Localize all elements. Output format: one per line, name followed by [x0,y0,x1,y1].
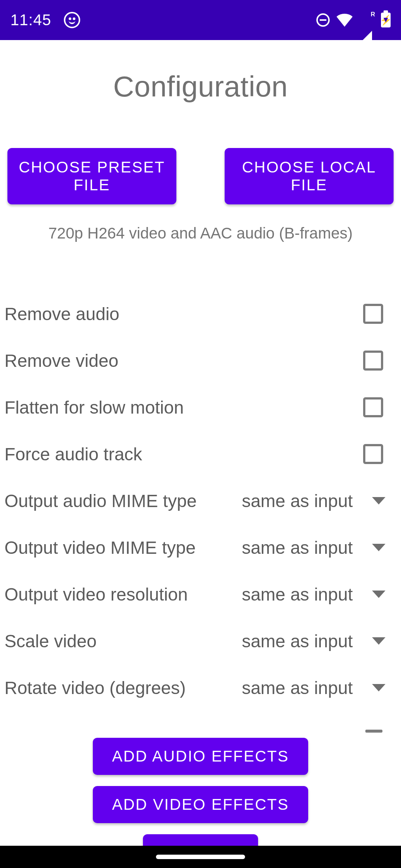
rotate-video-value: same as input [242,678,353,698]
flatten-slow-motion-label: Flatten for slow motion [4,397,184,418]
force-audio-track-checkbox[interactable] [363,444,383,464]
export-button[interactable]: EXPORT [143,834,258,846]
profile-face-icon [64,12,80,28]
remove-video-checkbox[interactable] [363,351,383,371]
scale-video-row[interactable]: Scale video same as input [0,618,401,664]
remove-video-label: Remove video [4,351,118,371]
choose-preset-file-button[interactable]: CHOOSE PRESET FILE [7,148,176,204]
remove-audio-label: Remove audio [4,304,120,324]
output-video-resolution-dropdown[interactable]: same as input [242,584,385,605]
content-area: Configuration CHOOSE PRESET FILE CHOOSE … [0,40,401,846]
remove-audio-checkbox[interactable] [363,304,383,324]
wifi-icon [336,13,353,27]
output-video-resolution-value: same as input [242,584,353,605]
scale-video-dropdown[interactable]: same as input [242,631,385,651]
output-video-mime-dropdown[interactable]: same as input [242,537,385,558]
output-video-resolution-row[interactable]: Output video resolution same as input [0,571,401,618]
status-clock: 11:45 [10,11,51,29]
flatten-slow-motion-row[interactable]: Flatten for slow motion [0,384,401,431]
choose-local-file-button[interactable]: CHOOSE LOCAL FILE [225,148,394,204]
output-audio-mime-dropdown[interactable]: same as input [242,491,385,511]
force-audio-track-row[interactable]: Force audio track [0,431,401,477]
battery-charging-icon: ⚡ [381,13,391,27]
output-video-mime-value: same as input [242,537,353,558]
action-buttons: ADD AUDIO EFFECTS ADD VIDEO EFFECTS EXPO… [0,738,401,846]
chevron-down-icon [372,684,385,691]
navigation-bar [0,846,401,868]
scale-video-label: Scale video [4,631,97,651]
output-video-mime-label: Output video MIME type [4,537,196,558]
output-audio-mime-value: same as input [242,491,353,511]
rotate-video-row[interactable]: Rotate video (degrees) same as input [0,664,401,711]
nav-handle[interactable] [156,855,245,859]
chevron-down-icon [372,544,385,551]
output-video-resolution-label: Output video resolution [4,584,188,605]
remove-video-row[interactable]: Remove video [0,337,401,384]
page-title: Configuration [0,70,401,103]
output-audio-mime-label: Output audio MIME type [4,491,197,511]
rotate-video-dropdown[interactable]: same as input [242,678,385,698]
add-audio-effects-button[interactable]: ADD AUDIO EFFECTS [93,738,309,775]
rotate-video-label: Rotate video (degrees) [4,678,186,698]
status-bar: 11:45 R ⚡ [0,0,401,40]
chevron-down-icon [372,497,385,504]
scale-video-value: same as input [242,631,353,651]
force-audio-track-label: Force audio track [4,444,142,464]
cellular-signal-icon: R [359,13,374,27]
flatten-slow-motion-checkbox[interactable] [363,397,383,417]
file-select-row: CHOOSE PRESET FILE CHOOSE LOCAL FILE [0,148,401,204]
partial-row [0,711,401,733]
output-audio-mime-row[interactable]: Output audio MIME type same as input [0,477,401,524]
do-not-disturb-icon [316,13,330,27]
add-video-effects-button[interactable]: ADD VIDEO EFFECTS [93,786,309,823]
output-video-mime-row[interactable]: Output video MIME type same as input [0,524,401,571]
remove-audio-row[interactable]: Remove audio [0,290,401,337]
chevron-down-icon [372,591,385,598]
selected-file-description: 720p H264 video and AAC audio (B-frames) [0,224,401,242]
minus-icon [365,730,382,733]
chevron-down-icon [372,637,385,645]
